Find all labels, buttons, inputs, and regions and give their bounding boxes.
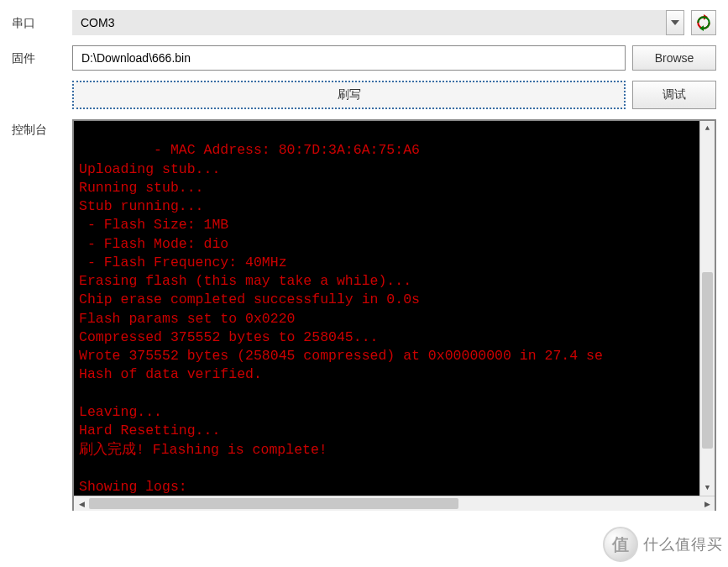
port-label: 串口 xyxy=(12,14,62,31)
hscrollbar-thumb[interactable] xyxy=(89,498,458,509)
scrollbar-thumb[interactable] xyxy=(702,272,713,449)
dropdown-arrow-icon xyxy=(666,10,684,35)
port-select-value: COM3 xyxy=(81,16,114,29)
console-label: 控制台 xyxy=(12,119,62,138)
scroll-up-icon[interactable]: ▲ xyxy=(700,121,715,136)
watermark: 值 什么值得买 xyxy=(603,527,723,562)
refresh-icon xyxy=(695,14,712,31)
scroll-left-icon[interactable]: ◀ xyxy=(74,496,89,511)
horizontal-scrollbar[interactable]: ◀ ▶ xyxy=(74,496,715,511)
firmware-label: 固件 xyxy=(12,50,62,66)
watermark-badge-icon: 值 xyxy=(603,527,638,562)
refresh-port-button[interactable] xyxy=(691,10,716,35)
scroll-down-icon[interactable]: ▼ xyxy=(700,480,715,496)
firmware-path-input[interactable] xyxy=(72,45,626,71)
debug-button[interactable]: 调试 xyxy=(632,81,716,109)
watermark-text: 什么值得买 xyxy=(643,534,723,554)
scroll-right-icon[interactable]: ▶ xyxy=(699,496,715,511)
port-select[interactable]: COM3 xyxy=(72,10,684,35)
vertical-scrollbar[interactable]: ▲ ▼ xyxy=(699,121,715,496)
console-container: - MAC Address: 80:7D:3A:6A:75:A6 Uploadi… xyxy=(72,119,716,511)
browse-button[interactable]: Browse xyxy=(632,45,716,71)
console-output[interactable]: - MAC Address: 80:7D:3A:6A:75:A6 Uploadi… xyxy=(74,121,715,496)
flash-button[interactable]: 刷写 xyxy=(72,81,626,109)
